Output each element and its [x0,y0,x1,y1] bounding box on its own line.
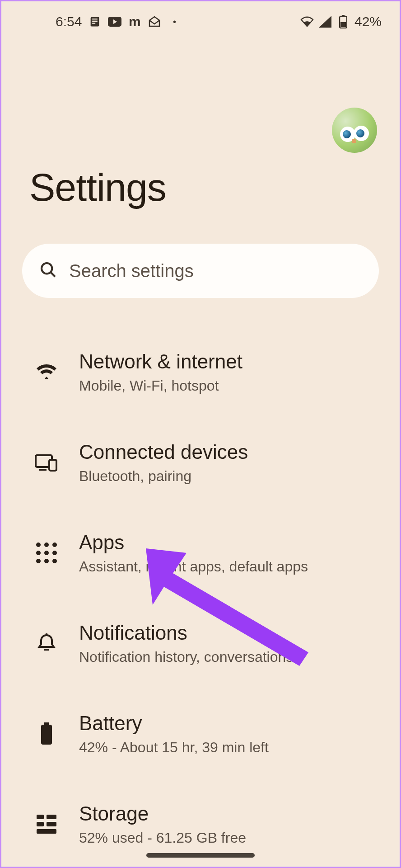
row-battery[interactable]: Battery 42% - About 15 hr, 39 min left [1,689,400,779]
row-subtitle: Bluetooth, pairing [79,468,248,485]
status-time: 6:54 [56,14,82,29]
row-notifications[interactable]: Notifications Notification history, conv… [1,598,400,689]
row-subtitle: 42% - About 15 hr, 39 min left [79,739,269,756]
svg-rect-1 [93,19,98,19]
row-connected-devices[interactable]: Connected devices Bluetooth, pairing [1,417,400,508]
svg-rect-13 [49,460,56,471]
page-title: Settings [29,165,166,210]
status-battery-text: 42% [354,14,382,29]
search-bar[interactable]: Search settings [22,244,379,298]
svg-rect-2 [93,21,98,22]
row-title: Storage [79,802,246,825]
row-network-internet[interactable]: Network & internet Mobile, Wi-Fi, hotspo… [1,327,400,417]
row-title: Battery [79,712,269,735]
svg-marker-6 [319,16,331,28]
dot-icon: • [168,15,181,28]
row-subtitle: Assistant, recent apps, default apps [79,558,308,575]
wifi-icon [35,360,58,384]
row-title: Connected devices [79,441,248,463]
wifi-icon [300,15,314,28]
search-icon [39,261,57,281]
row-title: Notifications [79,622,293,644]
storage-icon [35,812,58,836]
mail-icon [148,15,161,28]
svg-point-10 [42,263,52,274]
reader-icon [88,15,102,28]
status-bar: 6:54 m • 42% [1,1,400,42]
svg-rect-9 [340,22,346,27]
svg-rect-3 [93,23,96,24]
battery-icon [35,722,58,745]
svg-rect-17 [44,722,49,725]
row-title: Apps [79,531,308,554]
gesture-nav-pill[interactable] [146,853,255,858]
devices-icon [35,451,58,474]
row-subtitle: 52% used - 61.25 GB free [79,830,246,846]
battery-icon [336,15,350,28]
m-icon: m [128,15,141,28]
row-subtitle: Mobile, Wi-Fi, hotspot [79,377,242,394]
row-subtitle: Notification history, conversations [79,649,293,665]
bell-icon [35,632,58,655]
svg-line-11 [51,272,55,277]
svg-rect-18 [41,725,52,745]
row-title: Network & internet [79,350,242,373]
apps-icon [35,541,58,565]
settings-list: Network & internet Mobile, Wi-Fi, hotspo… [1,327,400,840]
search-placeholder: Search settings [69,261,194,281]
profile-avatar[interactable] [332,108,377,153]
row-apps[interactable]: Apps Assistant, recent apps, default app… [1,508,400,598]
signal-icon [318,15,332,28]
youtube-icon [108,15,121,28]
